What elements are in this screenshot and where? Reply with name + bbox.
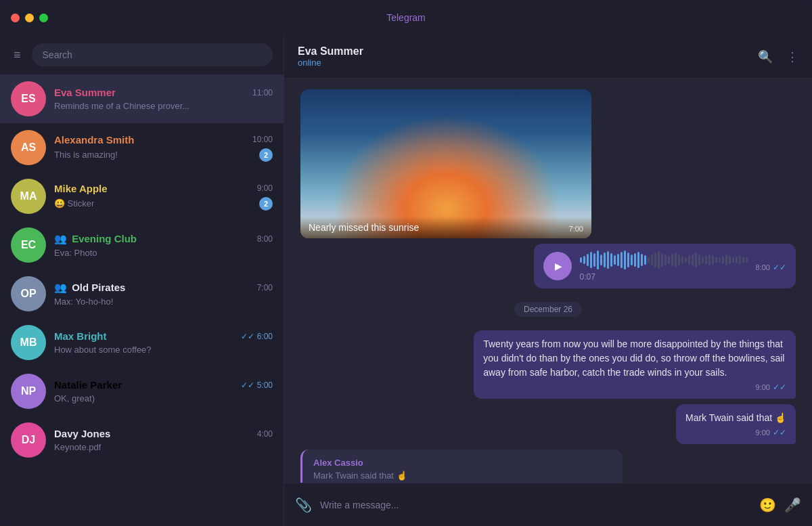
- image-message: Nearly missed this sunrise 7:00: [300, 89, 591, 238]
- waveform-bar: [648, 257, 650, 263]
- waveform-bar: [614, 255, 616, 265]
- chat-item-old-pirates[interactable]: OP 👥 Old Pirates 7:00 Max: Yo-ho-ho!: [0, 269, 284, 318]
- messages-container: Nearly missed this sunrise 7:00 0:07 8:0…: [284, 79, 812, 483]
- message-row: Mark Twain said that ☝️ 9:00 ✓✓: [300, 404, 796, 444]
- waveform-bar: [593, 253, 595, 267]
- waveform-bar: [675, 253, 677, 267]
- waveform-bar: [658, 251, 660, 269]
- waveform-bar: [627, 253, 629, 267]
- message-meta: 9:00 ✓✓: [483, 382, 786, 392]
- date-pill: December 26: [514, 302, 582, 317]
- waveform-bar: [587, 254, 589, 266]
- chat-preview-alexandra-smith: This is amazing!: [54, 150, 118, 160]
- chat-list: ES Eva Summer 11:00 Reminds me of a Chin…: [0, 74, 284, 526]
- search-wrapper[interactable]: [32, 43, 273, 66]
- attach-icon[interactable]: 📎: [295, 497, 312, 513]
- play-button[interactable]: [543, 252, 572, 280]
- message-time: 9:00: [756, 429, 770, 437]
- chat-item-alexandra-smith[interactable]: AS Alexandra Smith 10:00 This is amazing…: [0, 123, 284, 172]
- chat-item-max-bright[interactable]: MB Max Bright ✓✓ 6:00 How about some cof…: [0, 318, 284, 367]
- waveform-bar: [725, 255, 727, 265]
- emoji-icon[interactable]: 🙂: [759, 497, 776, 513]
- read-check-icon: ✓✓: [773, 382, 786, 392]
- search-input[interactable]: [43, 49, 262, 60]
- waveform-bar: [715, 257, 717, 263]
- chat-header-icons: 🔍 ⋮: [758, 49, 798, 64]
- app-window: Telegram ≡ ES Eva Summer 11:00 Reminds m…: [0, 0, 812, 526]
- chat-time-evening-club: 8:00: [257, 234, 273, 244]
- chat-name-max-bright: Max Bright: [54, 330, 107, 342]
- message-row: 0:07 8:00 ✓✓: [300, 244, 796, 288]
- date-divider: December 26: [300, 302, 796, 317]
- chat-info-old-pirates: 👥 Old Pirates 7:00 Max: Yo-ho-ho!: [54, 282, 273, 307]
- chat-info-max-bright: Max Bright ✓✓ 6:00 How about some coffee…: [54, 330, 273, 355]
- avatar-mike-apple: MA: [11, 179, 46, 214]
- waveform-bar: [671, 254, 673, 266]
- read-check-icon: ✓✓: [773, 263, 786, 272]
- voice-duration: 0:07: [580, 272, 748, 282]
- menu-icon[interactable]: ≡: [11, 45, 24, 65]
- image-caption: Nearly missed this sunrise 7:00: [300, 217, 591, 238]
- avatar-natalie-parker: NP: [11, 374, 46, 409]
- chat-time-natalie-parker: ✓✓ 5:00: [241, 380, 273, 390]
- message-time: 9:00: [756, 383, 770, 391]
- avatar-alexandra-smith: AS: [11, 130, 46, 165]
- close-button[interactable]: [11, 14, 20, 22]
- waveform-bar: [654, 253, 656, 267]
- waveform-bar: [617, 254, 619, 266]
- chat-name-old-pirates: 👥 Old Pirates: [54, 282, 125, 294]
- chat-item-mike-apple[interactable]: MA Mike Apple 9:00 😀 Sticker 2: [0, 172, 284, 221]
- title-bar: Telegram: [0, 0, 812, 35]
- waveform-bar: [732, 257, 734, 263]
- chat-time-mike-apple: 9:00: [257, 183, 273, 193]
- avatar-old-pirates: OP: [11, 276, 46, 311]
- image-caption-text: Nearly missed this sunrise: [309, 222, 419, 233]
- more-icon[interactable]: ⋮: [786, 49, 798, 64]
- waveform-bar: [705, 255, 707, 265]
- message-time: 8:00: [756, 263, 770, 271]
- chat-name-alexandra-smith: Alexandra Smith: [54, 134, 134, 146]
- main-layout: ≡ ES Eva Summer 11:00 Reminds me of a Ch…: [0, 35, 812, 526]
- search-icon[interactable]: 🔍: [758, 49, 773, 64]
- waveform-bar: [739, 255, 741, 265]
- chat-time-davy-jones: 4:00: [257, 429, 273, 439]
- chat-info-mike-apple: Mike Apple 9:00 😀 Sticker 2: [54, 183, 273, 211]
- chat-header: Eva Summer online 🔍 ⋮: [284, 35, 812, 79]
- waveform: 0:07: [580, 250, 748, 282]
- waveform-bar: [580, 257, 582, 263]
- message-input[interactable]: [320, 500, 751, 510]
- waveform-bar: [736, 257, 738, 263]
- chat-header-name: Eva Summer: [298, 45, 363, 58]
- badge-mike-apple: 2: [259, 197, 273, 211]
- maximize-button[interactable]: [39, 14, 48, 22]
- waveform-bar: [634, 253, 636, 267]
- chat-item-davy-jones[interactable]: DJ Davy Jones 4:00 Keynote.pdf: [0, 416, 284, 464]
- chat-name-eva-summer: Eva Summer: [54, 87, 116, 98]
- reply-bubble: Alex Cassio Mark Twain said that ☝️ Remi…: [300, 450, 623, 483]
- waveform-bars: [580, 250, 748, 269]
- image-content: [300, 89, 591, 238]
- minimize-button[interactable]: [25, 14, 34, 22]
- chat-preview-evening-club: Eva: Photo: [54, 248, 97, 258]
- waveform-bar: [631, 255, 633, 265]
- waveform-bar: [681, 256, 683, 264]
- mic-icon[interactable]: 🎤: [784, 497, 801, 513]
- chat-time-eva-summer: 11:00: [252, 88, 273, 97]
- sidebar: ≡ ES Eva Summer 11:00 Reminds me of a Ch…: [0, 35, 284, 526]
- waveform-bar: [590, 252, 592, 268]
- waveform-bar: [692, 254, 694, 266]
- waveform-bar: [702, 257, 704, 263]
- waveform-bar: [597, 250, 599, 269]
- reply-ref: Mark Twain said that ☝️: [313, 470, 612, 481]
- waveform-bar: [719, 257, 721, 263]
- waveform-bar: [742, 257, 744, 263]
- chat-item-natalie-parker[interactable]: NP Natalie Parker ✓✓ 5:00 OK, great): [0, 367, 284, 416]
- waveform-bar: [746, 257, 748, 263]
- chat-item-eva-summer[interactable]: ES Eva Summer 11:00 Reminds me of a Chin…: [0, 74, 284, 123]
- message-input-area: 📎 🙂 🎤: [284, 483, 812, 526]
- chat-info-alexandra-smith: Alexandra Smith 10:00 This is amazing! 2: [54, 134, 273, 162]
- badge-alexandra-smith: 2: [259, 148, 273, 162]
- chat-info-eva-summer: Eva Summer 11:00 Reminds me of a Chinese…: [54, 87, 273, 111]
- chat-item-evening-club[interactable]: EC 👥 Evening Club 8:00 Eva: Photo: [0, 221, 284, 269]
- waveform-bar: [668, 256, 670, 264]
